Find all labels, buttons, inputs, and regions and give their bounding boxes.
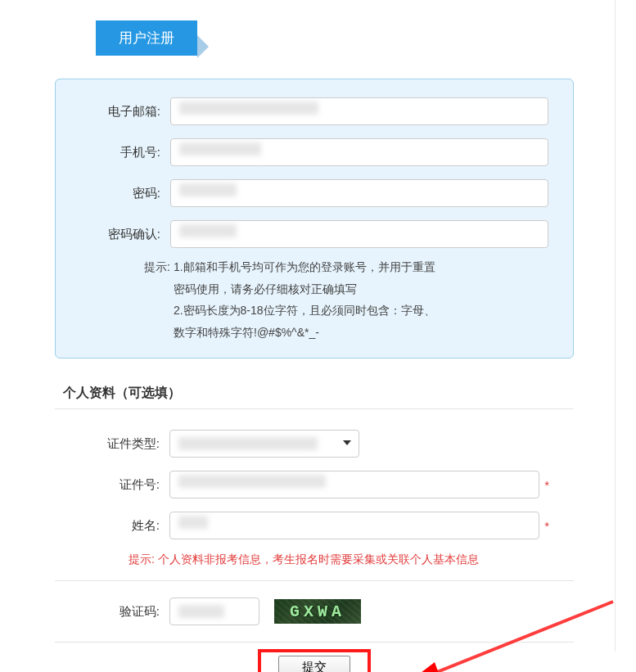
hint-line-1a: 1.邮箱和手机号均可作为您的登录账号，并用于重置: [174, 260, 435, 273]
svg-marker-1: [407, 662, 441, 672]
captcha-label: 验证码:: [63, 604, 169, 620]
red-hint-label: 提示:: [129, 552, 155, 566]
idnumber-label: 证件号:: [63, 477, 169, 493]
red-hint-text: 个人资料非报考信息，考生报名时需要采集或关联个人基本信息: [158, 552, 479, 566]
email-input[interactable]: [170, 97, 548, 125]
phone-label: 手机号:: [64, 145, 170, 160]
submit-area: 提交: [55, 656, 574, 672]
required-mark: *: [544, 478, 549, 492]
captcha-image-text: GXWA: [290, 602, 345, 621]
captcha-image[interactable]: GXWA: [274, 599, 361, 624]
password-confirm-label: 密码确认:: [64, 227, 170, 242]
account-section: 电子邮箱: 手机号: 密码: 密码确认:: [55, 79, 574, 359]
captcha-input[interactable]: [169, 598, 259, 625]
email-label: 电子邮箱:: [64, 104, 170, 120]
hint-line-1b: 密码使用，请务必仔细核对正确填写: [174, 278, 548, 300]
idtype-label: 证件类型:: [63, 436, 169, 452]
name-label: 姓名:: [63, 518, 169, 534]
idnumber-input[interactable]: [169, 471, 539, 498]
personal-section: 证件类型: 证件号: * 姓名:: [55, 408, 574, 580]
hint-line-2a: 2.密码长度为8-18位字符，且必须同时包含：字母、: [174, 304, 435, 317]
page-title-tab: 用户注册: [96, 20, 197, 56]
submit-button[interactable]: 提交: [278, 656, 350, 672]
account-hints: 提示: 1.邮箱和手机号均可作为您的登录账号，并用于重置 密码使用，请务必仔细核…: [128, 256, 548, 343]
captcha-section: 验证码: GXWA: [55, 580, 574, 643]
required-mark: *: [544, 519, 549, 533]
personal-section-title: 个人资料（可选填）: [63, 385, 574, 402]
personal-red-hint: 提示: 个人资料非报考信息，考生报名时需要采集或关联个人基本信息: [129, 552, 549, 567]
idtype-select[interactable]: [169, 430, 359, 458]
hint-label: 提示:: [128, 256, 170, 278]
page-title-text: 用户注册: [119, 30, 174, 46]
password-confirm-input[interactable]: [170, 220, 548, 248]
chevron-down-icon: [342, 437, 352, 450]
submit-button-label: 提交: [302, 660, 327, 672]
hint-line-2b: 数字和特殊字符!@#$%^&*_-: [174, 322, 548, 344]
password-label: 密码:: [64, 186, 170, 201]
password-input[interactable]: [170, 179, 548, 207]
name-input[interactable]: [169, 512, 539, 539]
phone-input[interactable]: [170, 138, 548, 166]
